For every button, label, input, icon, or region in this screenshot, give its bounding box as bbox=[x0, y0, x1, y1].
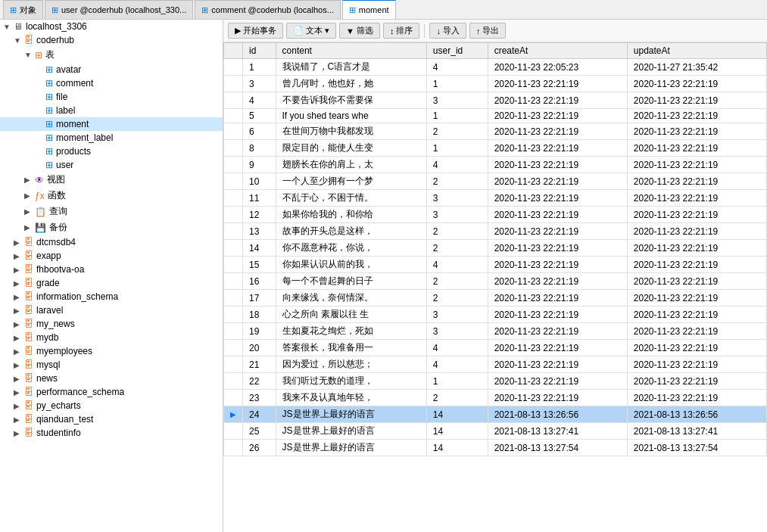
sidebar-db-mydb[interactable]: ▶🗄mydb bbox=[0, 331, 223, 344]
cell-updateAt[interactable]: 2020-11-23 22:21:19 bbox=[627, 257, 766, 273]
cell-content[interactable]: 一个人至少拥有一个梦 bbox=[276, 173, 426, 190]
cell-id[interactable]: 16 bbox=[243, 273, 276, 290]
cell-createAt[interactable]: 2021-08-13 13:27:41 bbox=[488, 423, 627, 440]
cell-id[interactable]: 8 bbox=[243, 140, 276, 157]
cell-updateAt[interactable]: 2020-11-23 22:21:19 bbox=[627, 92, 766, 109]
cell-updateAt[interactable]: 2020-11-23 22:21:19 bbox=[627, 240, 766, 257]
cell-user_id[interactable]: 14 bbox=[426, 423, 488, 440]
cell-createAt[interactable]: 2020-11-23 22:21:19 bbox=[488, 356, 627, 373]
cell-createAt[interactable]: 2020-11-23 22:21:19 bbox=[488, 273, 627, 290]
cell-content[interactable]: If you shed tears whe bbox=[276, 109, 426, 123]
table-row[interactable]: 9翅膀长在你的肩上，太42020-11-23 22:21:192020-11-2… bbox=[224, 157, 767, 173]
sidebar-db-laravel[interactable]: ▶🗄laravel bbox=[0, 303, 223, 317]
cell-content[interactable]: 不乱于心，不困于情。 bbox=[276, 190, 426, 207]
cell-id[interactable]: 25 bbox=[243, 423, 276, 440]
cell-createAt[interactable]: 2020-11-23 22:05:23 bbox=[488, 59, 627, 76]
cell-user_id[interactable]: 2 bbox=[426, 173, 488, 190]
cell-content[interactable]: 答案很长，我准备用一 bbox=[276, 340, 426, 356]
cell-user_id[interactable]: 3 bbox=[426, 92, 488, 109]
table-row[interactable]: 10一个人至少拥有一个梦22020-11-23 22:21:192020-11-… bbox=[224, 173, 767, 190]
cell-content[interactable]: 你不愿意种花，你说， bbox=[276, 240, 426, 257]
cell-content[interactable]: JS是世界上最好的语言 bbox=[276, 440, 426, 456]
cell-updateAt[interactable]: 2020-11-23 22:21:19 bbox=[627, 109, 766, 123]
sidebar-group-查询[interactable]: ▶📋查询 bbox=[0, 204, 223, 219]
cell-id[interactable]: 1 bbox=[243, 59, 276, 76]
table-row[interactable]: 11不乱于心，不困于情。32020-11-23 22:21:192020-11-… bbox=[224, 190, 767, 207]
cell-user_id[interactable]: 4 bbox=[426, 340, 488, 356]
table-row[interactable]: 21因为爱过，所以慈悲；42020-11-23 22:21:192020-11-… bbox=[224, 356, 767, 373]
cell-content[interactable]: 心之所向 素履以往 生 bbox=[276, 306, 426, 323]
cell-id[interactable]: 17 bbox=[243, 290, 276, 306]
sidebar-db-qianduan_test[interactable]: ▶🗄qianduan_test bbox=[0, 412, 223, 426]
cell-content[interactable]: JS是世界上最好的语言 bbox=[276, 406, 426, 423]
cell-content[interactable]: 在世间万物中我都发现 bbox=[276, 123, 426, 140]
cell-id[interactable]: 13 bbox=[243, 223, 276, 240]
cell-updateAt[interactable]: 2020-11-23 22:21:19 bbox=[627, 390, 766, 406]
cell-id[interactable]: 12 bbox=[243, 207, 276, 223]
cell-updateAt[interactable]: 2020-11-23 22:21:19 bbox=[627, 123, 766, 140]
cell-content[interactable]: 向来缘浅，奈何情深。 bbox=[276, 290, 426, 306]
table-row[interactable]: ▶24JS是世界上最好的语言142021-08-13 13:26:562021-… bbox=[224, 406, 767, 423]
cell-id[interactable]: 21 bbox=[243, 356, 276, 373]
sidebar-db-grade[interactable]: ▶🗄grade bbox=[0, 276, 223, 290]
cell-id[interactable]: 18 bbox=[243, 306, 276, 323]
sidebar-group-tables[interactable]: ▼⊞表 bbox=[0, 47, 223, 63]
cell-user_id[interactable]: 14 bbox=[426, 406, 488, 423]
cell-createAt[interactable]: 2020-11-23 22:21:19 bbox=[488, 340, 627, 356]
sidebar-db-performance_schema[interactable]: ▶🗄performance_schema bbox=[0, 385, 223, 399]
cell-id[interactable]: 26 bbox=[243, 440, 276, 456]
cell-createAt[interactable]: 2020-11-23 22:21:19 bbox=[488, 290, 627, 306]
import-btn[interactable]: ↓导入 bbox=[429, 23, 466, 39]
cell-updateAt[interactable]: 2021-08-13 13:27:54 bbox=[627, 440, 766, 456]
cell-updateAt[interactable]: 2020-11-23 22:21:19 bbox=[627, 356, 766, 373]
table-row[interactable]: 12如果你给我的，和你给32020-11-23 22:21:192020-11-… bbox=[224, 207, 767, 223]
table-row[interactable]: 25JS是世界上最好的语言142021-08-13 13:27:412021-0… bbox=[224, 423, 767, 440]
export-btn[interactable]: ↑导出 bbox=[469, 23, 507, 39]
cell-content[interactable]: 翅膀长在你的肩上，太 bbox=[276, 157, 426, 173]
cell-createAt[interactable]: 2020-11-23 22:21:19 bbox=[488, 257, 627, 273]
cell-updateAt[interactable]: 2020-11-23 22:21:19 bbox=[627, 76, 766, 92]
sidebar-table-label[interactable]: ⊞label bbox=[0, 104, 223, 117]
cell-id[interactable]: 14 bbox=[243, 240, 276, 257]
table-row[interactable]: 14你不愿意种花，你说，22020-11-23 22:21:192020-11-… bbox=[224, 240, 767, 257]
cell-createAt[interactable]: 2020-11-23 22:21:19 bbox=[488, 140, 627, 157]
sidebar-table-avatar[interactable]: ⊞avatar bbox=[0, 63, 223, 76]
sidebar-root[interactable]: ▼🖥localhost_3306 bbox=[0, 20, 223, 33]
cell-createAt[interactable]: 2021-08-13 13:27:54 bbox=[488, 440, 627, 456]
cell-createAt[interactable]: 2020-11-23 22:21:19 bbox=[488, 173, 627, 190]
cell-content[interactable]: 如果你给我的，和你给 bbox=[276, 207, 426, 223]
cell-user_id[interactable]: 2 bbox=[426, 123, 488, 140]
table-row[interactable]: 20答案很长，我准备用一42020-11-23 22:21:192020-11-… bbox=[224, 340, 767, 356]
cell-content[interactable]: JS是世界上最好的语言 bbox=[276, 423, 426, 440]
cell-createAt[interactable]: 2020-11-23 22:21:19 bbox=[488, 157, 627, 173]
cell-id[interactable]: 11 bbox=[243, 190, 276, 207]
cell-content[interactable]: 每一个不曾起舞的日子 bbox=[276, 273, 426, 290]
cell-createAt[interactable]: 2020-11-23 22:21:19 bbox=[488, 207, 627, 223]
sidebar-db-exapp[interactable]: ▶🗄exapp bbox=[0, 249, 223, 263]
sidebar-db-studentinfo[interactable]: ▶🗄studentinfo bbox=[0, 426, 223, 440]
cell-content[interactable]: 限定目的，能使人生变 bbox=[276, 140, 426, 157]
cell-updateAt[interactable]: 2020-11-23 22:21:19 bbox=[627, 306, 766, 323]
sidebar-table-moment[interactable]: ⊞moment bbox=[0, 117, 223, 131]
cell-user_id[interactable]: 1 bbox=[426, 76, 488, 92]
sidebar-db-py_echarts[interactable]: ▶🗄py_echarts bbox=[0, 399, 223, 412]
cell-id[interactable]: 6 bbox=[243, 123, 276, 140]
cell-user_id[interactable]: 1 bbox=[426, 140, 488, 157]
cell-createAt[interactable]: 2020-11-23 22:21:19 bbox=[488, 240, 627, 257]
sort-btn[interactable]: ↕排序 bbox=[383, 23, 420, 39]
cell-createAt[interactable]: 2020-11-23 22:21:19 bbox=[488, 92, 627, 109]
cell-id[interactable]: 19 bbox=[243, 323, 276, 340]
sidebar-group-函数[interactable]: ▶ƒx函数 bbox=[0, 188, 223, 204]
cell-updateAt[interactable]: 2020-11-23 22:21:19 bbox=[627, 173, 766, 190]
cell-updateAt[interactable]: 2020-11-23 22:21:19 bbox=[627, 373, 766, 390]
table-row[interactable]: 4不要告诉我你不需要保32020-11-23 22:21:192020-11-2… bbox=[224, 92, 767, 109]
cell-content[interactable]: 不要告诉我你不需要保 bbox=[276, 92, 426, 109]
table-row[interactable]: 5If you shed tears whe12020-11-23 22:21:… bbox=[224, 109, 767, 123]
table-row[interactable]: 15你如果认识从前的我，42020-11-23 22:21:192020-11-… bbox=[224, 257, 767, 273]
sidebar-db-coderhub[interactable]: ▼🗄coderhub bbox=[0, 33, 223, 47]
cell-user_id[interactable]: 2 bbox=[426, 290, 488, 306]
cell-user_id[interactable]: 3 bbox=[426, 306, 488, 323]
tab-1[interactable]: ⊞user @coderhub (localhost_330... bbox=[45, 0, 193, 19]
cell-id[interactable]: 10 bbox=[243, 173, 276, 190]
cell-createAt[interactable]: 2020-11-23 22:21:19 bbox=[488, 390, 627, 406]
